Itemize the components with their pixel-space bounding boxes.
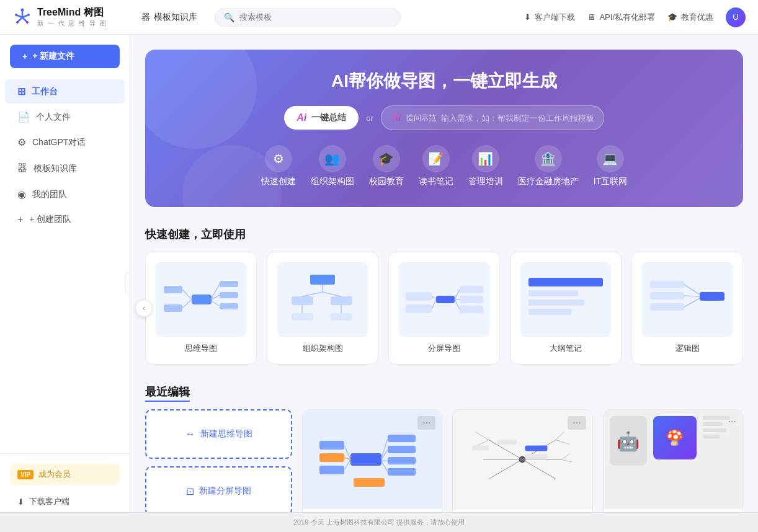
svg-rect-30 bbox=[460, 296, 483, 303]
svg-line-47 bbox=[684, 296, 700, 296]
category-notes-icon: 📝 bbox=[422, 145, 450, 172]
new-splitmap-label: 新建分屏导图 bbox=[199, 485, 251, 497]
card-outline[interactable]: 大纲笔记 bbox=[510, 252, 622, 365]
edu-nav-item[interactable]: 🎓 教育优惠 bbox=[667, 12, 713, 23]
vip-label: 成为会员 bbox=[38, 469, 71, 480]
new-mindmap-label: 新建思维导图 bbox=[200, 428, 252, 440]
robot-thumbnail: 🤖 bbox=[610, 416, 647, 466]
new-mindmap-card[interactable]: ↔ 新建思维导图 bbox=[145, 409, 292, 459]
image-thumbnail: 🍄 bbox=[653, 416, 697, 459]
recent-card-thumb-2: ··· bbox=[453, 410, 592, 509]
category-edu[interactable]: 🎓 校园教育 bbox=[369, 145, 404, 187]
category-notes[interactable]: 📝 读书笔记 bbox=[419, 145, 453, 187]
svg-rect-81 bbox=[472, 446, 489, 450]
banner-input-area[interactable]: Ai 提问示范 bbox=[381, 105, 604, 130]
more-menu-btn-1[interactable]: ··· bbox=[417, 416, 435, 430]
svg-rect-6 bbox=[164, 286, 182, 293]
svg-rect-49 bbox=[350, 453, 381, 466]
app-subtitle: 新 一 代 思 维 导 图 bbox=[37, 19, 107, 28]
category-mgmt[interactable]: 📊 管理培训 bbox=[468, 145, 503, 187]
card-splitmap[interactable]: 分屏导图 bbox=[388, 252, 500, 365]
svg-rect-51 bbox=[319, 453, 344, 462]
svg-rect-50 bbox=[319, 441, 344, 450]
banner-input[interactable] bbox=[441, 113, 594, 123]
sidebar-item-chatgpt[interactable]: ⚙ ChatGPT对话 bbox=[5, 130, 125, 154]
svg-line-76 bbox=[561, 454, 570, 459]
svg-line-75 bbox=[556, 440, 570, 445]
svg-rect-18 bbox=[331, 296, 352, 305]
ai-summarize-label: 一键总结 bbox=[311, 112, 346, 123]
sidebar-item-workspace[interactable]: ⊞ 工作台 bbox=[5, 79, 125, 104]
svg-point-1 bbox=[16, 21, 19, 24]
category-mgmt-label: 管理培训 bbox=[468, 176, 503, 187]
new-splitmap-icon: ⊡ bbox=[186, 485, 194, 497]
new-splitmap-card[interactable]: ⊡ 新建分屏导图 bbox=[145, 466, 292, 516]
svg-line-22 bbox=[302, 292, 323, 296]
svg-line-35 bbox=[432, 296, 436, 299]
svg-rect-45 bbox=[650, 303, 684, 311]
category-it-label: IT互联网 bbox=[594, 176, 627, 187]
main-layout: + + 新建文件 ⊞ 工作台 📄 个人文件 ⚙ ChatGPT对话 器 模板知识… bbox=[0, 35, 758, 532]
svg-rect-5 bbox=[192, 295, 212, 304]
more-menu-btn-2[interactable]: ··· bbox=[568, 416, 586, 430]
search-input[interactable] bbox=[239, 12, 391, 22]
footer-text: 2019-今天 上海树图科技有限公司 提供服务，请放心使用 bbox=[293, 518, 465, 526]
svg-point-2 bbox=[26, 21, 29, 24]
svg-rect-26 bbox=[406, 292, 432, 301]
svg-rect-40 bbox=[528, 309, 572, 315]
svg-rect-42 bbox=[700, 292, 725, 301]
download-sidebar-button[interactable]: ⬇ 下载客户端 bbox=[10, 491, 120, 512]
svg-rect-38 bbox=[528, 290, 578, 296]
svg-point-0 bbox=[21, 8, 24, 11]
logo-icon bbox=[12, 7, 32, 27]
category-finance[interactable]: 🏦 医疗金融房地产 bbox=[518, 145, 579, 187]
card-orgchart-label: 组织架构图 bbox=[303, 343, 343, 354]
category-it[interactable]: 💻 IT互联网 bbox=[594, 145, 627, 187]
category-org[interactable]: 👥 组织架构图 bbox=[311, 145, 354, 187]
orgchart-preview bbox=[277, 262, 368, 337]
svg-rect-79 bbox=[525, 454, 548, 459]
svg-rect-27 bbox=[406, 304, 432, 313]
sidebar-item-personal[interactable]: 📄 个人文件 bbox=[5, 105, 125, 129]
sidebar: + + 新建文件 ⊞ 工作台 📄 个人文件 ⚙ ChatGPT对话 器 模板知识… bbox=[0, 35, 130, 532]
user-avatar[interactable]: U bbox=[726, 7, 746, 27]
vip-button[interactable]: VIP 成为会员 bbox=[10, 464, 120, 485]
card-logic[interactable]: 逻辑图 bbox=[631, 252, 743, 365]
api-nav-icon: 🖥 bbox=[587, 12, 595, 22]
category-quick-label: 快速创建 bbox=[261, 176, 296, 187]
edu-nav-label: 教育优惠 bbox=[681, 12, 713, 23]
nav-right: ⬇ 客户端下载 🖥 API/私有化部署 🎓 教育优惠 U bbox=[524, 7, 746, 27]
recent-card-more-3[interactable]: ··· bbox=[728, 416, 736, 427]
workspace-icon: ⊞ bbox=[17, 86, 25, 97]
sidebar-item-team[interactable]: ◉ 我的团队 bbox=[5, 182, 125, 206]
sidebar-item-create-team[interactable]: + + 创建团队 bbox=[5, 208, 125, 231]
ai-summarize-button[interactable]: Ai 一键总结 bbox=[284, 106, 359, 130]
nav-template-lib[interactable]: 器 模板知识库 bbox=[134, 8, 205, 27]
svg-line-57 bbox=[344, 445, 350, 459]
svg-line-63 bbox=[381, 461, 388, 472]
svg-line-72 bbox=[475, 432, 489, 440]
category-quick[interactable]: ⚙ 快速创建 bbox=[261, 145, 296, 187]
new-file-button[interactable]: + + 新建文件 bbox=[10, 45, 120, 68]
card-orgchart[interactable]: 组织架构图 bbox=[267, 252, 378, 365]
sidebar-team-label: 我的团队 bbox=[32, 189, 67, 200]
download-nav-item[interactable]: ⬇ 客户端下载 bbox=[524, 12, 575, 23]
category-notes-label: 读书笔记 bbox=[419, 176, 453, 187]
create-team-icon: + bbox=[17, 214, 23, 225]
search-bar[interactable]: 🔍 bbox=[215, 8, 401, 27]
banner-title: AI帮你做导图，一键立即生成 bbox=[331, 69, 557, 93]
svg-rect-56 bbox=[388, 468, 416, 476]
svg-rect-17 bbox=[292, 296, 313, 305]
sidebar-template-label: 模板知识库 bbox=[33, 163, 77, 174]
sidebar-item-template[interactable]: 器 模板知识库 bbox=[5, 156, 125, 181]
svg-rect-29 bbox=[460, 286, 483, 293]
ai-badge-icon: Ai bbox=[297, 112, 306, 123]
recent-title: 最近编辑 bbox=[145, 384, 743, 399]
category-finance-icon: 🏦 bbox=[535, 145, 562, 172]
api-nav-item[interactable]: 🖥 API/私有化部署 bbox=[587, 12, 655, 23]
sidebar-collapse-btn[interactable]: ‹ bbox=[125, 271, 130, 296]
card-mindmap[interactable]: 思维导图 bbox=[145, 252, 257, 365]
banner-hint-text: 提问示范 bbox=[406, 113, 436, 123]
svg-line-59 bbox=[344, 459, 350, 470]
cards-prev-btn[interactable]: ‹ bbox=[135, 299, 153, 317]
